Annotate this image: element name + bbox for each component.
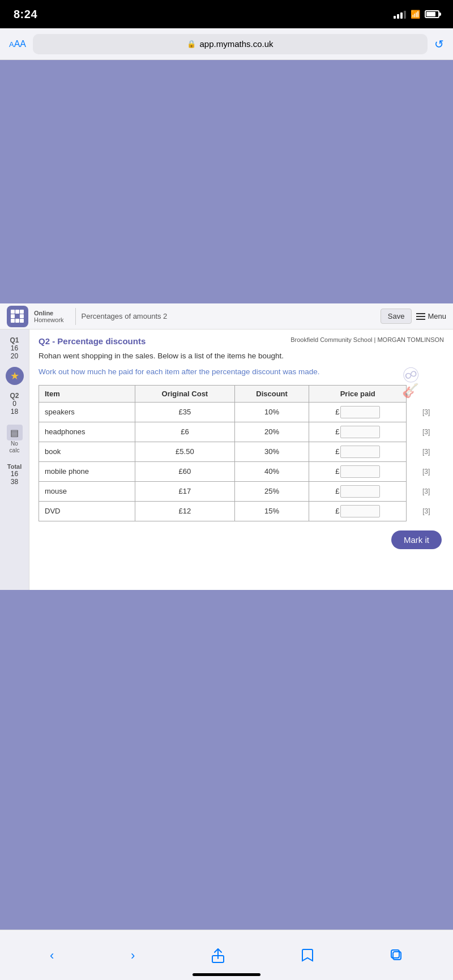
status-icons: 📶 [394, 10, 439, 19]
cell-cost-1: £6 [135, 422, 234, 442]
cell-price-3: £ [309, 461, 407, 481]
cell-item-2: book [39, 442, 135, 461]
sidebar-q1: Q1 16 20 [7, 334, 21, 362]
question-header: Q2 - Percentage discounts Brookfield Com… [39, 336, 444, 346]
cell-marks-4: [3] [407, 481, 444, 501]
forward-button[interactable]: › [126, 944, 139, 968]
table-row: speakers£3510%£[3] [39, 402, 444, 422]
price-input-0[interactable] [340, 406, 380, 418]
browser-bar: AAA 🔒 app.mymaths.co.uk ↺ [0, 28, 453, 60]
signal-icon [394, 10, 406, 19]
sidebar-q2: Q2 0 18 [7, 390, 21, 418]
star-icon: ★ [6, 367, 24, 385]
table-row: book£5.5030%£[3] [39, 442, 444, 461]
q2-score1: 0 [12, 400, 16, 408]
price-input-4[interactable] [340, 485, 380, 498]
mark-it-button[interactable]: Mark it [391, 530, 442, 549]
cell-price-2: £ [309, 442, 407, 461]
col-header-price: Price paid [309, 385, 407, 402]
back-button[interactable]: ‹ [45, 944, 58, 968]
table-row: mobile phone£6040%£[3] [39, 461, 444, 481]
cell-price-4: £ [309, 481, 407, 501]
pound-sign-1: £ [335, 427, 339, 436]
cell-cost-5: £12 [135, 501, 234, 521]
app-logo [7, 306, 28, 327]
q1-score2: 20 [11, 352, 18, 360]
bookmarks-button[interactable] [297, 944, 318, 968]
main-content: Q2 - Percentage discounts Brookfield Com… [29, 329, 453, 590]
app-container: Online Homework Percentages of amounts 2… [0, 303, 453, 590]
discount-table: Item Original Cost Discount Price paid s… [39, 385, 444, 521]
q2-label: Q2 [10, 392, 19, 400]
cell-discount-1: 20% [234, 422, 309, 442]
col-header-cost: Original Cost [135, 385, 234, 402]
decorative-image: ♾ 🎸 [402, 363, 447, 403]
cell-marks-3: [3] [407, 461, 444, 481]
cell-price-0: £ [309, 402, 407, 422]
total-label: Total [7, 463, 22, 470]
sidebar: Q1 16 20 ★ Q2 0 18 ▤ Nocalc Total 16 [0, 329, 29, 590]
cell-marks-1: [3] [407, 422, 444, 442]
cell-price-1: £ [309, 422, 407, 442]
price-input-1[interactable] [340, 426, 380, 438]
refresh-button[interactable]: ↺ [434, 37, 444, 51]
table-row: headphones£620%£[3] [39, 422, 444, 442]
price-input-5[interactable] [340, 505, 380, 517]
sidebar-calc: ▤ Nocalc [7, 422, 23, 456]
cell-item-1: headphones [39, 422, 135, 442]
cell-discount-2: 30% [234, 442, 309, 461]
cell-marks-5: [3] [407, 501, 444, 521]
cell-item-3: mobile phone [39, 461, 135, 481]
cell-discount-4: 25% [234, 481, 309, 501]
cell-discount-3: 40% [234, 461, 309, 481]
price-input-2[interactable] [340, 446, 380, 458]
pound-sign-4: £ [335, 487, 339, 495]
question-text: Rohan went shopping in the sales. Below … [39, 350, 444, 362]
mark-it-row: Mark it [39, 530, 444, 549]
online-label: Online [34, 310, 64, 316]
pound-sign-5: £ [335, 507, 339, 515]
cell-item-0: speakers [39, 402, 135, 422]
browser-url: app.mymaths.co.uk [199, 39, 273, 49]
pound-sign-3: £ [335, 467, 339, 476]
cell-cost-0: £35 [135, 402, 234, 422]
question-title: Q2 - Percentage discounts [39, 336, 146, 346]
nav-divider [75, 308, 76, 325]
cell-marks-0: [3] [407, 402, 444, 422]
q1-label: Q1 [10, 336, 19, 344]
col-header-discount: Discount [234, 385, 309, 402]
q2-score2: 18 [11, 408, 18, 416]
cell-cost-4: £17 [135, 481, 234, 501]
browser-aa-button[interactable]: AAA [9, 39, 26, 49]
save-button[interactable]: Save [381, 309, 412, 324]
total-score2: 38 [11, 478, 18, 486]
home-indicator [193, 973, 260, 976]
cell-discount-0: 10% [234, 402, 309, 422]
status-bar: 8:24 📶 [0, 0, 453, 28]
table-row: mouse£1725%£[3] [39, 481, 444, 501]
share-button[interactable] [207, 944, 229, 968]
tabs-button[interactable] [386, 945, 408, 966]
cell-cost-3: £60 [135, 461, 234, 481]
cell-item-5: DVD [39, 501, 135, 521]
question-instruction: Work out how much he paid for each item … [39, 366, 444, 378]
price-input-3[interactable] [340, 465, 380, 478]
cell-marks-2: [3] [407, 442, 444, 461]
cell-item-4: mouse [39, 481, 135, 501]
purple-bg-bottom [0, 590, 453, 930]
lock-icon: 🔒 [187, 40, 196, 48]
pound-sign-0: £ [335, 408, 339, 416]
q1-score1: 16 [11, 344, 18, 352]
section-label: Percentages of amounts 2 [82, 312, 381, 320]
battery-icon [425, 10, 439, 18]
app-nav: Online Homework Percentages of amounts 2… [0, 303, 453, 329]
homework-label: Homework [34, 316, 64, 323]
sidebar-total: Total 16 38 [7, 463, 22, 486]
school-info: Brookfield Community School | MORGAN TOM… [290, 336, 444, 343]
pound-sign-2: £ [335, 447, 339, 456]
menu-button[interactable]: Menu [416, 312, 446, 320]
hamburger-icon [416, 313, 425, 320]
address-bar[interactable]: 🔒 app.mymaths.co.uk [33, 34, 428, 54]
col-header-item: Item [39, 385, 135, 402]
cell-discount-5: 15% [234, 501, 309, 521]
